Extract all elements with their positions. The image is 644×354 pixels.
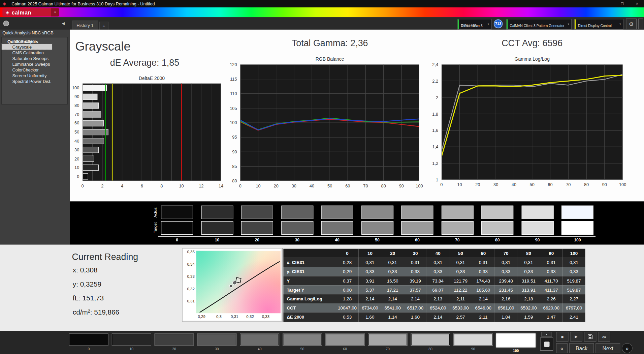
tick-label: 20	[66, 156, 79, 161]
sidebar-item-grayscale[interactable]: Grayscale	[2, 44, 52, 50]
next-button[interactable]: Next	[595, 343, 620, 353]
table-value: 2,14	[472, 294, 494, 303]
toolbar-patch-50[interactable]: 50	[283, 333, 322, 352]
sidebar-item-cms-calibration[interactable]: CMS Calibration	[2, 50, 52, 56]
table-value: 2,16	[494, 294, 517, 303]
tick-label: 60	[342, 183, 354, 189]
patch-level-label: 0	[69, 347, 108, 351]
patch-level-label: 90	[453, 347, 493, 351]
cie-x-label: 0,29	[195, 314, 208, 319]
strip-patches: 0102030405060708090100	[70, 202, 644, 245]
last-page-button[interactable]: »	[622, 343, 633, 353]
table-value: 165,60	[472, 285, 494, 294]
toolbar-patch-0[interactable]: 0	[69, 333, 108, 352]
table-value: 2,18	[517, 294, 540, 303]
chevron-down-icon: ▼	[567, 23, 570, 25]
tick-label: 80	[66, 103, 79, 108]
calman-menu-button[interactable]: ◈ calman ▼	[2, 8, 59, 16]
table-value: 69,07	[427, 285, 449, 294]
table-value: 0,33	[562, 267, 585, 276]
toolbar-patch-90[interactable]: 90	[453, 333, 493, 352]
target-patch-60	[401, 221, 433, 235]
stop-button[interactable]: ■	[556, 332, 569, 342]
link-button[interactable]: ∞	[598, 332, 610, 342]
table-value: 0,33	[494, 267, 517, 276]
cie-y-label: 0,35	[182, 249, 195, 254]
sidebar-item-colorchecker[interactable]: ColorChecker	[2, 67, 52, 73]
tick-label: 30	[490, 182, 502, 187]
tab-history-1[interactable]: History 1	[72, 21, 98, 30]
rgb-balance-chart: RGB Balance12011511010510095908580010203…	[224, 57, 429, 190]
add-tab-button[interactable]: +	[99, 22, 108, 30]
minimize-button[interactable]: —	[601, 0, 614, 7]
tick-label: 105	[224, 106, 237, 111]
table-value: 0,53	[336, 313, 358, 322]
cct-average-readout: CCT Avg: 6596	[442, 38, 623, 49]
sidebar-item-luminance-sweeps[interactable]: Luminance Sweeps	[2, 61, 52, 67]
first-page-button[interactable]: «	[556, 343, 568, 353]
toolbar-patch-70[interactable]: 70	[368, 333, 408, 352]
table-value: 0,37	[336, 276, 358, 285]
table-value: 6734,00	[359, 303, 381, 313]
patch-swatch	[496, 333, 536, 347]
tick-label: 0	[76, 183, 89, 189]
continuous-measure-toggle[interactable]	[540, 337, 553, 351]
display-control-status-accent	[575, 19, 576, 29]
play-button[interactable]: ▶	[570, 332, 583, 342]
table-value: 17,21	[381, 285, 404, 294]
tick-label: 0	[234, 183, 247, 189]
table-value: 6582,00	[517, 303, 540, 313]
table-value: 1,47	[540, 313, 562, 322]
toolbar-patch-80[interactable]: 80	[411, 333, 450, 352]
table-value: 37,57	[404, 285, 426, 294]
patch-level-label: 60	[325, 347, 365, 351]
toolbar-patch-100[interactable]: 100	[496, 333, 536, 352]
sidebar-collapse-button[interactable]: ◀	[60, 21, 67, 27]
tick-label: 50	[526, 182, 538, 187]
page-title: Grayscale	[75, 39, 131, 53]
maximize-button[interactable]: □	[615, 0, 629, 7]
save-button[interactable]	[584, 332, 597, 342]
tick-label: 115	[224, 77, 237, 82]
record-circle-button[interactable]	[3, 21, 9, 26]
de-average-readout: dE Average: 1,85	[110, 58, 179, 68]
table-value: 411,37	[540, 285, 562, 294]
close-button[interactable]: ×	[630, 0, 644, 7]
rainbow-banner	[0, 7, 644, 17]
sidebar-item-spectral-power-dist-[interactable]: Spectral Power Dist.	[2, 79, 52, 84]
sidebar-item-introduction[interactable]: Introduction	[2, 38, 52, 44]
gear-icon: ⚙	[629, 21, 634, 27]
toolbar-patch-40[interactable]: 40	[240, 333, 279, 352]
meter-count-badge[interactable]: 713	[494, 19, 503, 28]
spinner-up-button[interactable]: ▲	[541, 332, 552, 337]
toolbar-patch-20[interactable]: 20	[154, 333, 194, 352]
tick-label: 2	[96, 183, 109, 189]
table-value: 2,11	[472, 313, 494, 322]
table-col-header-60: 60	[472, 249, 494, 258]
toolbar-patch-10[interactable]: 10	[112, 333, 151, 352]
table-value: 519,87	[562, 285, 585, 294]
table-value: 0,31	[562, 258, 585, 267]
strip-level-label: 60	[401, 238, 433, 242]
patch-swatch	[154, 333, 194, 346]
tick-label: 1,4	[425, 144, 438, 149]
toolbar-patch-60[interactable]: 60	[325, 333, 365, 352]
settings-button[interactable]: ⚙	[626, 19, 637, 29]
strip-level-label: 50	[361, 238, 393, 242]
pattern-generator-dropdown[interactable]: CalMAN Client 3 Pattern Generator ▼	[506, 19, 572, 30]
total-gamma-readout: Total Gamma: 2,36	[240, 38, 419, 49]
back-button[interactable]: Back	[569, 343, 594, 353]
table-value: 6546,00	[472, 303, 494, 313]
sidebar-item-screen-uniformity[interactable]: Screen Uniformity	[2, 73, 52, 79]
table-corner	[283, 249, 336, 258]
strip-level-label: 80	[481, 238, 513, 242]
sidebar-item-saturation-sweeps[interactable]: Saturation Sweeps	[2, 56, 52, 61]
toolbar-patch-30[interactable]: 30	[197, 333, 236, 352]
edge-panel-button[interactable]	[638, 19, 643, 29]
display-control-dropdown[interactable]: Direct Display Control ▼	[574, 19, 623, 30]
table-value: 1,60	[359, 313, 381, 322]
cie-x-label: 0,3	[212, 314, 226, 319]
tick-label: 4	[116, 183, 128, 189]
patch-level-label: 100	[496, 349, 536, 353]
meter-dropdown[interactable]: X-Rite i1Pro 3 Direct View ▼	[457, 19, 491, 30]
